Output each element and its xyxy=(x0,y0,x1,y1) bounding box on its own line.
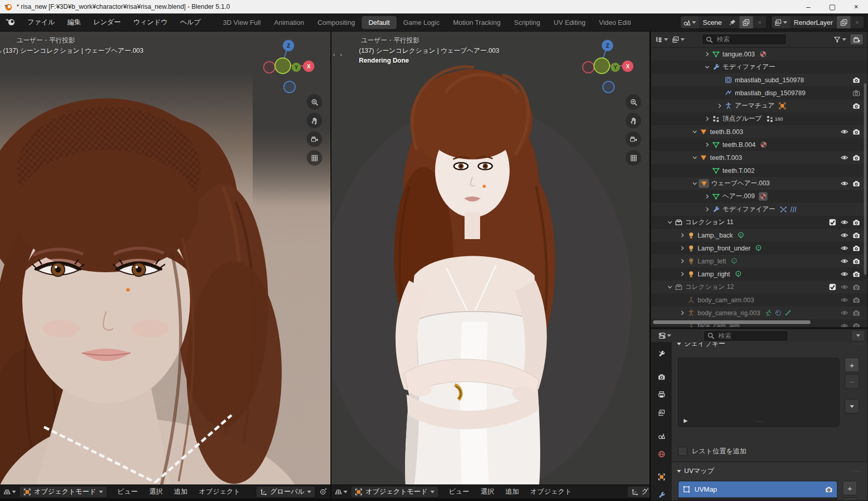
mode-dropdown[interactable]: オブジェクトモード xyxy=(351,486,439,498)
workspace-tab-3d-view-full[interactable]: 3D View Full xyxy=(216,16,268,29)
transform-orientation-dropdown[interactable]: グ xyxy=(627,486,649,498)
disable-render-toggle[interactable] xyxy=(852,309,860,317)
pin-icon[interactable] xyxy=(726,16,740,28)
disable-render-toggle[interactable] xyxy=(852,218,860,226)
shape-key-add-button[interactable]: + xyxy=(845,358,859,372)
chevron-down-icon[interactable] xyxy=(690,129,699,135)
help-menu[interactable]: ヘルプ xyxy=(174,16,207,29)
navigation-gizmo[interactable]: ZYX xyxy=(578,37,639,95)
chevron-right-icon[interactable] xyxy=(678,232,686,238)
workspace-tab-game-logic[interactable]: Game Logic xyxy=(397,16,446,29)
object-menu[interactable]: オブジェクト xyxy=(193,487,246,496)
view-menu[interactable]: ビュー xyxy=(443,487,475,496)
hide-viewport-toggle[interactable] xyxy=(841,244,848,252)
outliner-row[interactable]: モディファイアー xyxy=(651,203,867,216)
outliner-editor[interactable]: tangue.003モディファイアーmbastlab_subd_150978mb… xyxy=(650,31,868,328)
properties-tab-scene[interactable] xyxy=(654,431,669,441)
chevron-down-icon[interactable] xyxy=(690,181,699,186)
view-menu[interactable]: ビュー xyxy=(111,487,143,496)
hide-viewport-toggle[interactable] xyxy=(841,154,848,161)
disable-render-toggle[interactable] xyxy=(852,322,860,328)
chevron-right-icon[interactable] xyxy=(678,245,686,251)
outliner-row[interactable]: body_camera_rig.003 xyxy=(651,306,867,319)
zoom-tool-button[interactable] xyxy=(307,94,322,110)
file-menu[interactable]: ファイル xyxy=(21,16,61,29)
view-layer-browse-icon[interactable] xyxy=(772,16,790,28)
hide-viewport-toggle[interactable] xyxy=(841,128,848,136)
region-split-arrow-right[interactable]: › xyxy=(340,51,342,58)
outliner-row[interactable]: teeth.T.002 xyxy=(651,164,867,177)
new-view-layer-button[interactable] xyxy=(837,16,850,28)
shape-key-remove-button[interactable]: − xyxy=(845,374,859,389)
chevron-down-icon[interactable] xyxy=(666,284,674,290)
uv-map-name[interactable]: UVMap xyxy=(695,485,717,493)
disable-render-toggle[interactable] xyxy=(852,244,860,252)
window-titlebar[interactable]: * risa_new [F:¥3D¥b_work¥charactor¥risa¥… xyxy=(0,0,868,13)
workspace-tab-uv-editing[interactable]: UV Editing xyxy=(547,16,592,29)
properties-tab-output[interactable] xyxy=(654,390,669,401)
region-expand-arrow[interactable]: › xyxy=(0,48,2,55)
outliner-row[interactable]: teeth.B.004 xyxy=(651,138,867,151)
mode-dropdown[interactable]: オブジェクトモード xyxy=(19,486,107,498)
hide-viewport-toggle[interactable] xyxy=(841,180,848,187)
disable-render-toggle[interactable] xyxy=(852,257,860,265)
object-menu[interactable]: オブジェクト xyxy=(525,487,577,496)
uv-map-add-button[interactable]: + xyxy=(843,481,857,495)
outliner-row[interactable]: teeth.B.003 xyxy=(651,125,867,138)
hide-viewport-toggle[interactable] xyxy=(841,231,848,239)
outliner-row[interactable]: teeth.T.003 xyxy=(651,151,867,164)
properties-search-input[interactable] xyxy=(717,332,785,340)
properties-tab-render[interactable] xyxy=(654,372,669,382)
gizmo-x-axis[interactable]: X xyxy=(622,61,633,72)
shape-key-specials-button[interactable] xyxy=(845,399,859,414)
editor-type-dropdown[interactable] xyxy=(0,488,19,496)
uv-render-toggle[interactable] xyxy=(825,485,833,493)
editor-type-dropdown[interactable] xyxy=(331,488,351,496)
gizmo-y-neg-axis[interactable] xyxy=(594,57,610,74)
chevron-right-icon[interactable] xyxy=(703,51,711,57)
region-split-arrow-left[interactable]: ‹ xyxy=(333,51,335,58)
chevron-right-icon[interactable] xyxy=(703,116,711,122)
properties-editor[interactable]: シェイプキー ···· ▶ ···· + − レスト位置を追加 UVマップ xyxy=(650,329,868,501)
disable-render-toggle[interactable] xyxy=(852,76,860,84)
gizmo-z-axis[interactable]: Z xyxy=(602,40,613,51)
pan-tool-button[interactable] xyxy=(626,113,641,128)
outliner-row[interactable]: ウェーブヘアー.003 xyxy=(651,177,867,190)
chevron-right-icon[interactable] xyxy=(678,310,686,316)
uv-map-row[interactable]: UVMap xyxy=(678,481,837,497)
disable-render-toggle[interactable] xyxy=(852,283,860,291)
select-menu[interactable]: 選択 xyxy=(143,487,168,496)
hide-viewport-toggle[interactable] xyxy=(841,309,848,317)
outliner-row[interactable]: ヘアー.009 xyxy=(651,190,867,203)
gizmo-y-neg-axis[interactable] xyxy=(274,57,291,74)
properties-tab-tool[interactable] xyxy=(654,348,669,359)
outliner-display-mode-dropdown[interactable] xyxy=(655,36,668,43)
render-menu[interactable]: レンダー xyxy=(87,16,127,29)
disable-render-toggle[interactable] xyxy=(852,180,860,187)
list-expand-icon[interactable]: ▶ xyxy=(684,418,688,423)
outliner-search[interactable] xyxy=(702,34,787,45)
uv-maps-panel-header[interactable]: UVマップ ···· xyxy=(672,462,867,478)
scene-name[interactable]: Scene xyxy=(699,19,726,26)
outliner-filter-icon[interactable] xyxy=(833,36,846,43)
camera-view-button[interactable] xyxy=(626,131,641,147)
gizmo-z-neg-axis[interactable] xyxy=(602,81,615,93)
disable-render-toggle[interactable] xyxy=(852,102,860,110)
outliner-row[interactable]: Lamp_left xyxy=(651,255,867,268)
hide-viewport-toggle[interactable] xyxy=(841,218,848,226)
outliner-row[interactable]: tangue.003 xyxy=(651,48,867,61)
disable-render-toggle[interactable] xyxy=(852,128,860,136)
unlink-scene-icon[interactable]: × xyxy=(753,16,766,28)
viewport-3d-left[interactable]: › ユーザー・平行投影 (137) シーンコレクション | ウェーブヘアー.00… xyxy=(0,31,330,498)
collection-checkbox[interactable] xyxy=(829,218,836,226)
workspace-tab-scripting[interactable]: Scripting xyxy=(507,16,547,29)
hide-viewport-toggle[interactable] xyxy=(841,296,848,304)
properties-tab-modifiers[interactable] xyxy=(654,490,669,500)
remove-view-layer-icon[interactable]: × xyxy=(850,16,864,28)
camera-view-button[interactable] xyxy=(307,131,322,147)
gizmo-x-neg-axis[interactable] xyxy=(582,61,595,73)
hide-viewport-toggle[interactable] xyxy=(841,270,848,278)
shape-keys-panel-header[interactable]: シェイプキー ···· xyxy=(672,342,867,350)
hide-viewport-toggle[interactable] xyxy=(841,283,848,291)
toggle-grid-button[interactable] xyxy=(626,150,641,166)
